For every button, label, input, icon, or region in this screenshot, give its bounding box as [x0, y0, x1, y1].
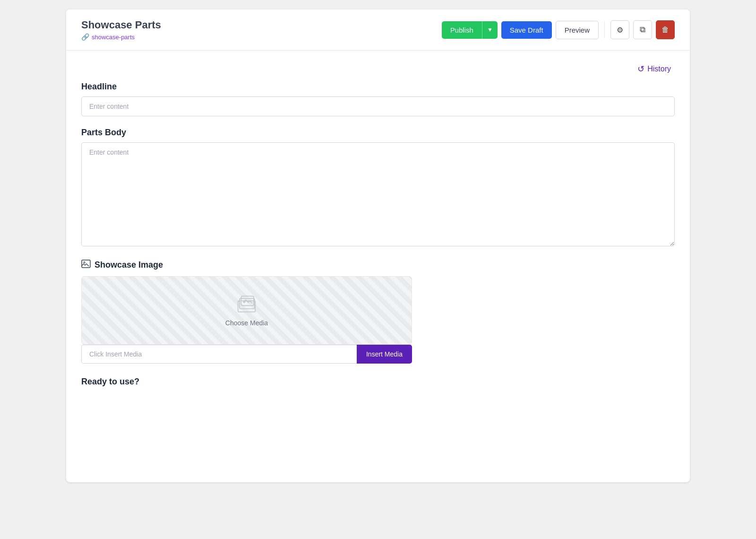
main-content: ↺ History Headline Parts Body Showcase I… — [66, 51, 690, 402]
svg-rect-0 — [82, 260, 90, 268]
choose-media-text: Choose Media — [225, 319, 268, 327]
history-label: History — [647, 65, 671, 73]
media-stack-icon — [235, 295, 258, 315]
duplicate-button[interactable]: ⧉ — [633, 20, 652, 39]
showcase-image-label-text: Showcase Image — [94, 260, 163, 270]
showcase-image-section: Showcase Image — [81, 260, 675, 270]
header-title-group: Showcase Parts 🔗 showcase-parts — [81, 19, 161, 41]
parts-body-label: Parts Body — [81, 128, 675, 138]
preview-button[interactable]: Preview — [556, 21, 599, 39]
insert-media-button[interactable]: Insert Media — [357, 345, 412, 364]
settings-button[interactable]: ⚙ — [610, 20, 629, 39]
action-divider — [604, 21, 605, 38]
svg-rect-3 — [240, 298, 255, 309]
image-icon — [81, 260, 91, 270]
history-row: ↺ History — [81, 62, 675, 76]
header: Showcase Parts 🔗 showcase-parts Publish … — [66, 9, 690, 51]
ready-to-use-label: Ready to use? — [81, 377, 675, 387]
save-draft-button[interactable]: Save Draft — [501, 21, 552, 39]
headline-input[interactable] — [81, 96, 675, 116]
duplicate-icon: ⧉ — [640, 25, 645, 35]
history-button[interactable]: ↺ History — [634, 62, 675, 76]
svg-point-1 — [84, 262, 85, 263]
header-actions: Publish ▼ Save Draft Preview ⚙ ⧉ 🗑 — [442, 20, 675, 39]
delete-icon: 🗑 — [662, 26, 669, 34]
page-wrapper: Showcase Parts 🔗 showcase-parts Publish … — [66, 9, 690, 482]
headline-label: Headline — [81, 82, 675, 92]
settings-icon: ⚙ — [617, 26, 623, 35]
delete-button[interactable]: 🗑 — [656, 20, 675, 39]
history-icon: ↺ — [637, 64, 644, 74]
media-insert-row: Insert Media — [81, 345, 412, 364]
publish-button[interactable]: Publish ▼ — [442, 21, 498, 39]
parts-body-textarea[interactable] — [81, 142, 675, 246]
page-title: Showcase Parts — [81, 19, 161, 31]
slug-text: showcase-parts — [92, 34, 135, 41]
page-slug: 🔗 showcase-parts — [81, 33, 161, 41]
publish-label: Publish — [442, 21, 482, 39]
link-icon: 🔗 — [81, 33, 89, 41]
media-upload-area[interactable]: Choose Media — [81, 276, 412, 345]
publish-dropdown-arrow[interactable]: ▼ — [482, 22, 498, 38]
svg-rect-2 — [238, 301, 256, 312]
media-insert-input[interactable] — [81, 345, 357, 364]
